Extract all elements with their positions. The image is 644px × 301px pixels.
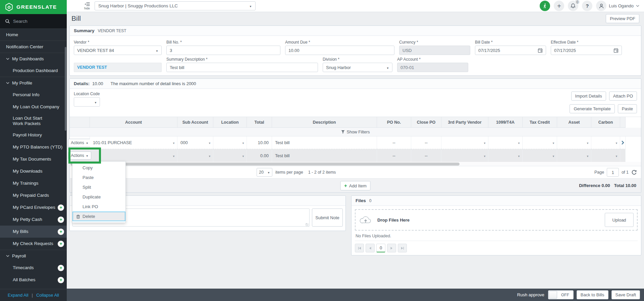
- row1-account-select[interactable]: 101-01 PURCHASE: [90, 136, 177, 149]
- hide-menu-button[interactable]: hide: [84, 2, 90, 10]
- upload-button[interactable]: Upload: [605, 213, 634, 227]
- sidebar-item-my-check-requests[interactable]: My Check Requests: [0, 238, 67, 250]
- row2-total[interactable]: 0.00: [247, 149, 272, 162]
- paste-button[interactable]: Paste: [618, 104, 637, 113]
- sidebar-item-personal-info[interactable]: Personal Info: [0, 89, 67, 101]
- summary-description-input[interactable]: [166, 63, 318, 72]
- generate-template-button[interactable]: Generate Template: [570, 104, 614, 113]
- rush-approve-toggle[interactable]: OFF: [548, 290, 574, 299]
- menu-item-split[interactable]: Split: [72, 182, 125, 192]
- sidebar-item-notification-center[interactable]: Notification Center: [0, 41, 67, 53]
- menu-item-paste[interactable]: Paste: [72, 173, 125, 182]
- row1-asset-select[interactable]: [557, 136, 591, 149]
- row1-1099-select[interactable]: [488, 136, 523, 149]
- previous-page-button[interactable]: [366, 244, 375, 252]
- notifications-button[interactable]: 0: [568, 1, 578, 11]
- files-current-page[interactable]: 0: [376, 244, 385, 252]
- plus-circle-icon[interactable]: [58, 217, 64, 223]
- calendar-icon[interactable]: [538, 48, 543, 53]
- preview-pdf-button[interactable]: Preview PDF: [606, 14, 639, 23]
- vendor-link[interactable]: VENDOR TEST: [74, 63, 162, 72]
- sidebar-item-payroll[interactable]: Payroll: [0, 250, 67, 262]
- row2-asset-select[interactable]: [557, 149, 591, 162]
- collapse-all-link[interactable]: Collapse All: [36, 293, 59, 298]
- sidebar-item-my-loan-out-company[interactable]: My Loan Out Company: [0, 101, 67, 113]
- row2-actions-button[interactable]: Actions: [68, 152, 91, 160]
- sidebar-item-my-tax-documents[interactable]: My Tax Documents: [0, 153, 67, 165]
- import-details-button[interactable]: Import Details: [571, 92, 606, 101]
- back-to-bills-button[interactable]: Back to Bills: [577, 290, 608, 299]
- row2-location-select[interactable]: [213, 149, 247, 162]
- plus-circle-icon[interactable]: [58, 277, 64, 283]
- row2-carbon-select[interactable]: [591, 149, 620, 162]
- sidebar-search[interactable]: Search: [0, 14, 67, 28]
- expand-all-link[interactable]: Expand All: [8, 293, 28, 298]
- sidebar-scrollbar[interactable]: [65, 47, 66, 131]
- first-page-button[interactable]: [355, 244, 364, 252]
- row1-carbon-select[interactable]: [591, 136, 620, 149]
- sidebar-item-my-pto-balances[interactable]: My PTO Balances (YTD): [0, 141, 67, 153]
- sidebar-item-all-batches[interactable]: All Batches: [0, 274, 67, 286]
- sidebar-item-my-profile[interactable]: My Profile: [0, 77, 67, 89]
- page-size-select[interactable]: 20: [257, 168, 272, 177]
- quick-add-button[interactable]: [554, 1, 564, 11]
- file-dropzone[interactable]: Drop Files Here Upload: [355, 209, 638, 231]
- row2-account-select[interactable]: [90, 149, 177, 162]
- user-menu[interactable]: Luis Ogando: [596, 1, 639, 11]
- page-number-input[interactable]: [607, 168, 619, 177]
- sidebar-item-payroll-history[interactable]: Payroll History: [0, 129, 67, 141]
- row2-description[interactable]: Test bill: [272, 149, 377, 162]
- add-item-button[interactable]: Add Item: [340, 181, 371, 190]
- row1-actions-button[interactable]: Actions: [68, 139, 91, 147]
- calendar-icon[interactable]: [613, 48, 619, 53]
- attach-po-button[interactable]: Attach PO: [609, 92, 637, 101]
- plus-circle-icon[interactable]: [58, 229, 64, 235]
- show-filters-toggle[interactable]: Show Filters: [70, 128, 641, 136]
- location-code-select[interactable]: [74, 97, 100, 107]
- menu-item-duplicate[interactable]: Duplicate: [72, 192, 125, 202]
- row1-description[interactable]: Test bill: [272, 136, 377, 149]
- sidebar-item-my-trainings[interactable]: My Trainings: [0, 177, 67, 189]
- sidebar-item-my-downloads[interactable]: My Downloads: [0, 165, 67, 177]
- sidebar-item-my-pcard-envelopes[interactable]: My PCard Envelopes: [0, 201, 67, 214]
- row1-total[interactable]: 10.00: [247, 136, 272, 149]
- division-select[interactable]: Snug Harbor: [323, 63, 392, 72]
- plus-circle-icon[interactable]: [58, 265, 64, 271]
- onboarding-walkthrough-button[interactable]: [540, 1, 550, 11]
- row1-location-select[interactable]: [213, 136, 247, 149]
- row1-3rd-party-vendor-select[interactable]: [441, 136, 488, 149]
- row2-tax-credit-select[interactable]: [523, 149, 557, 162]
- row1-sub-account-select[interactable]: 000: [177, 136, 213, 149]
- row1-tax-credit-select[interactable]: [523, 136, 557, 149]
- plus-circle-icon[interactable]: [58, 241, 64, 247]
- bill-no-input[interactable]: [166, 46, 280, 55]
- help-button[interactable]: [582, 1, 592, 11]
- grid-horizontal-scrollbar-thumb[interactable]: [70, 163, 460, 166]
- submit-note-button[interactable]: Submit Note: [312, 208, 343, 227]
- sidebar-item-loan-out-start-work-packets[interactable]: Loan Out Start Work Packets: [0, 113, 67, 129]
- vendor-select[interactable]: VENDOR TEST 84: [74, 46, 162, 55]
- last-page-button[interactable]: [398, 244, 407, 252]
- sidebar-item-my-petty-cash[interactable]: My Petty Cash: [0, 214, 67, 226]
- save-draft-button[interactable]: Save Draft: [611, 290, 640, 299]
- sidebar-item-home[interactable]: Home: [0, 28, 67, 41]
- next-page-button[interactable]: [387, 244, 396, 252]
- row2-sub-account-select[interactable]: [177, 149, 213, 162]
- sidebar-item-my-bills[interactable]: My Bills: [0, 226, 67, 238]
- bill-date-input[interactable]: 07/17/2025: [475, 46, 546, 55]
- refresh-icon[interactable]: [631, 170, 637, 175]
- effective-date-input[interactable]: 07/17/2025: [551, 46, 622, 55]
- row2-1099-select[interactable]: [488, 149, 523, 162]
- sidebar-item-my-prepaid-cards[interactable]: My Prepaid Cards: [0, 189, 67, 201]
- sidebar-item-timecards[interactable]: Timecards: [0, 262, 67, 274]
- sidebar-item-clipped[interactable]: [0, 286, 67, 289]
- sidebar-item-production-dashboard[interactable]: Production Dashboard: [0, 65, 67, 77]
- amount-due-input[interactable]: [285, 46, 394, 55]
- plus-circle-icon[interactable]: [58, 289, 64, 289]
- row2-3rd-party-vendor-select[interactable]: [441, 149, 488, 162]
- grid-scroll-right-chevron[interactable]: [620, 136, 626, 149]
- menu-item-copy[interactable]: Copy: [72, 163, 125, 173]
- company-selector[interactable]: Snug Harbor | Snuggy Productions LLC: [95, 1, 256, 10]
- menu-item-link-po[interactable]: Link PO: [72, 202, 125, 212]
- menu-item-delete[interactable]: Delete: [72, 212, 125, 221]
